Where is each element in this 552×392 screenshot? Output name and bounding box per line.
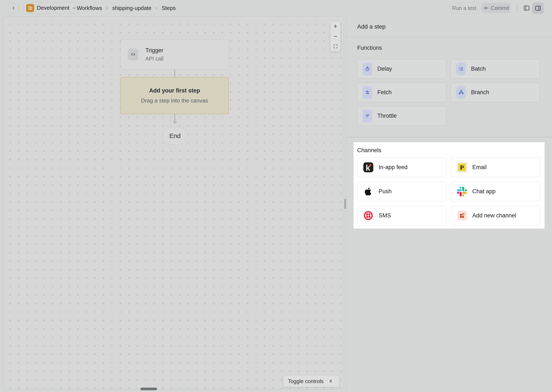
step-card-label: Delay — [377, 66, 392, 72]
functions-heading: Functions — [357, 45, 382, 51]
panel-left-icon — [523, 5, 530, 11]
channels-spotlight: Channels k In-app feed P Email Push Chat… — [354, 142, 545, 229]
functions-grid: Delay Batch Fetch Branch Throttle — [357, 59, 540, 126]
channels-grid: k In-app feed P Email Push Chat app SMS … — [357, 157, 540, 225]
vertical-scrollbar-thumb[interactable] — [344, 199, 346, 209]
toggle-right-panel-button[interactable] — [532, 2, 544, 14]
trigger-node-title: Trigger — [145, 47, 163, 54]
zoom-out-button[interactable]: − — [330, 31, 341, 41]
step-card-label: Branch — [471, 89, 489, 96]
commit-icon — [483, 5, 489, 11]
step-card-label: SMS — [379, 212, 391, 219]
throttle-icon — [363, 110, 372, 122]
environment-folder-icon — [26, 4, 34, 12]
batch-list-icon — [456, 63, 466, 75]
section-divider — [347, 137, 552, 137]
commit-label: Commit — [491, 5, 509, 11]
step-card-label: In-app feed — [379, 164, 408, 171]
step-card[interactable]: Add new channel — [451, 206, 540, 225]
step-card-label: Chat app — [472, 188, 496, 195]
dropzone-title: Add your first step — [149, 87, 200, 94]
environment-switcher[interactable]: Development — [23, 2, 80, 14]
step-card-label: Email — [472, 164, 487, 171]
chevron-down-icon — [72, 6, 76, 10]
step-card-label: Add new channel — [472, 212, 516, 219]
branch-icon — [456, 86, 466, 99]
slack-logo — [457, 186, 467, 197]
chevron-left-icon — [11, 6, 16, 11]
zoom-controls: + − — [330, 21, 341, 52]
step-card[interactable]: Batch — [450, 59, 540, 79]
add-step-panel: Add a step Functions Delay Batch Fetch B… — [346, 16, 552, 392]
fit-view-button[interactable] — [330, 42, 341, 51]
panel-right-icon — [535, 5, 541, 12]
step-card[interactable]: Push — [357, 182, 447, 201]
apple-logo — [363, 186, 373, 197]
knock-logo: k — [363, 162, 373, 173]
workflow-builder-app: { "topbar": { "environment_label": "Deve… — [0, 0, 552, 392]
step-card[interactable]: P Email — [451, 157, 540, 177]
breadcrumb: Workflows shipping-update Steps — [77, 0, 176, 16]
step-card[interactable]: Chat app — [451, 182, 540, 201]
postmark-logo: P — [457, 162, 467, 173]
toggle-controls-button[interactable]: Toggle controls K — [283, 375, 339, 387]
toggle-left-panel-button[interactable] — [522, 3, 532, 13]
run-a-test-button[interactable]: Run a test — [450, 3, 478, 13]
back-button[interactable] — [8, 3, 19, 13]
panel-header: Add a step — [347, 16, 552, 37]
breadcrumb-workflows[interactable]: Workflows — [77, 5, 102, 11]
trigger-node-subtitle: API call — [145, 56, 163, 62]
step-card[interactable]: Delay — [357, 59, 446, 79]
trigger-node[interactable]: Trigger API call — [121, 39, 229, 70]
horizontal-scrollbar-thumb[interactable] — [140, 388, 157, 390]
breadcrumb-workflow-name[interactable]: shipping-update — [112, 5, 151, 11]
add-channel-icon — [457, 210, 467, 221]
zoom-in-button[interactable]: + — [330, 21, 341, 31]
step-card-label: Throttle — [377, 113, 397, 119]
breadcrumb-page[interactable]: Steps — [161, 5, 176, 11]
channels-heading: Channels — [357, 147, 381, 154]
workflow-canvas[interactable]: Trigger API call Add your first step Dra… — [3, 16, 344, 389]
top-bar: Development Workflows shipping-update St… — [0, 0, 552, 16]
step-card[interactable]: Throttle — [357, 106, 446, 126]
fit-view-icon — [333, 44, 338, 49]
fetch-arrows-icon — [363, 86, 372, 99]
topbar-divider — [517, 4, 518, 12]
step-card-label: Batch — [471, 66, 486, 72]
step-card[interactable]: SMS — [357, 206, 447, 225]
breadcrumb-separator-icon — [105, 6, 109, 10]
step-card[interactable]: Branch — [450, 83, 540, 102]
step-card-label: Push — [379, 188, 392, 195]
edge-connector — [174, 70, 175, 77]
twilio-logo — [363, 210, 373, 221]
step-card[interactable]: Fetch — [357, 83, 446, 102]
end-node: End — [163, 127, 187, 145]
dropzone-subtitle: Drag a step into the canvas — [141, 97, 208, 104]
add-first-step-dropzone[interactable]: Add your first step Drag a step into the… — [120, 77, 229, 114]
step-card[interactable]: k In-app feed — [357, 157, 447, 177]
arrow-head-icon — [173, 121, 177, 124]
code-icon — [128, 49, 138, 60]
breadcrumb-separator-icon — [154, 6, 159, 10]
step-card-label: Fetch — [377, 89, 392, 96]
keyboard-shortcut-badge: K — [327, 377, 335, 385]
stopwatch-icon — [363, 63, 372, 75]
environment-label: Development — [37, 5, 69, 11]
commit-button[interactable]: Commit — [482, 3, 510, 13]
panel-title: Add a step — [357, 23, 385, 30]
toggle-controls-label: Toggle controls — [288, 378, 323, 384]
